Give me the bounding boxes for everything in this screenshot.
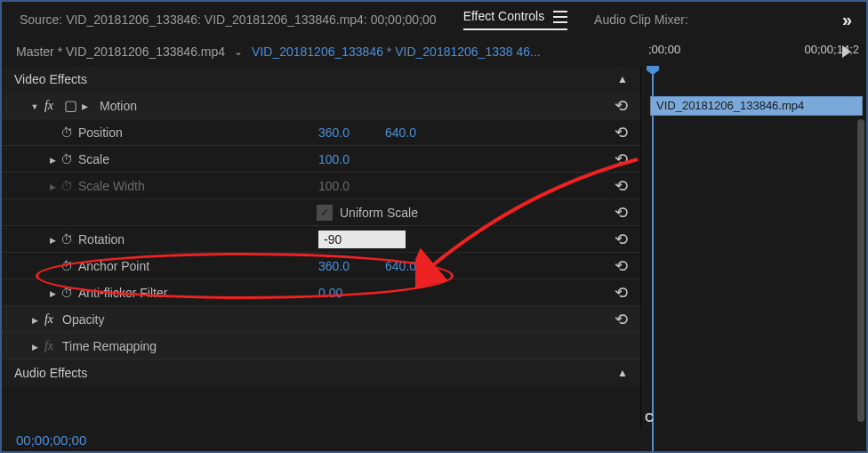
playhead-indicator[interactable]: [652, 66, 654, 453]
ruler-start-label: ;00;00: [648, 43, 680, 56]
master-clip-label[interactable]: Master * VID_20181206_133846.mp4: [16, 44, 225, 59]
antiflicker-label: Anti-flicker Filter: [78, 286, 203, 300]
time-remapping-label: Time Remapping: [62, 339, 187, 353]
position-x-value[interactable]: 360.0: [318, 125, 350, 140]
time-remapping-group[interactable]: fx Time Remapping: [2, 333, 640, 360]
reset-icon[interactable]: ⟲: [610, 203, 631, 222]
stopwatch-icon[interactable]: ⏱: [59, 232, 75, 247]
reset-icon[interactable]: ⟲: [610, 176, 631, 196]
scale-width-label: Scale Width: [78, 179, 203, 193]
reset-icon[interactable]: ⟲: [610, 123, 631, 142]
footer-bar: 00;00;00;00: [2, 428, 866, 451]
audio-effects-header[interactable]: Audio Effects ▲: [2, 360, 640, 386]
collapse-up-icon[interactable]: ▲: [617, 73, 628, 85]
stopwatch-icon: ⏱: [59, 179, 75, 193]
panel-tabs: Source: VID_20181206_133846: VID_2018120…: [2, 2, 866, 37]
transform-box-icon: ▢: [62, 97, 78, 114]
chevron-right-icon[interactable]: [46, 234, 59, 245]
vertical-scrollbar[interactable]: [857, 119, 864, 422]
rotation-row: ⏱ Rotation ⟲: [2, 226, 640, 253]
effects-panel: Video Effects ▲ fx ▢ ▸ Motion ⟲ ⏱ Positi…: [2, 66, 640, 428]
uniform-scale-checkbox[interactable]: ✓: [317, 205, 333, 221]
stopwatch-icon[interactable]: ⏱: [59, 125, 75, 140]
motion-group[interactable]: fx ▢ ▸ Motion ⟲: [2, 93, 640, 119]
motion-label: Motion: [100, 99, 224, 113]
time-ruler[interactable]: ;00;00 00;00;14;2: [641, 37, 866, 66]
chevron-down-icon[interactable]: [28, 101, 41, 111]
ruler-end-label: 00;00;14;2: [805, 43, 859, 56]
reset-icon[interactable]: ⟲: [610, 230, 631, 249]
anchor-point-label: Anchor Point: [78, 259, 203, 273]
collapse-up-icon[interactable]: ▲: [617, 367, 628, 379]
anchor-y-value[interactable]: 640.0: [385, 259, 416, 273]
reset-icon[interactable]: ⟲: [610, 256, 631, 276]
rotation-input[interactable]: [318, 231, 406, 248]
stopwatch-icon[interactable]: ⏱: [59, 259, 75, 273]
fx-badge-icon[interactable]: fx: [41, 339, 57, 353]
fx-badge-icon[interactable]: fx: [41, 312, 57, 327]
scale-row: ⏱ Scale 100.0 ⟲: [2, 146, 640, 173]
stopwatch-icon[interactable]: ⏱: [59, 286, 75, 300]
uniform-scale-label: Uniform Scale: [340, 206, 418, 220]
timeline-panel[interactable]: ;00;00 00;00;14;2 VID_20181206_133846.mp…: [640, 66, 866, 428]
current-timecode[interactable]: 00;00;00;00: [16, 433, 86, 448]
chevron-right-icon[interactable]: [46, 287, 59, 298]
arrow-right-icon: ▸: [82, 99, 96, 113]
video-effects-header[interactable]: Video Effects ▲: [2, 66, 640, 93]
clip-bar[interactable]: VID_20181206_133846.mp4: [650, 96, 863, 116]
position-row: ⏱ Position 360.0 640.0 ⟲: [2, 119, 640, 146]
tab-effect-controls[interactable]: Effect Controls: [463, 9, 567, 30]
opacity-label: Opacity: [62, 312, 187, 327]
tab-source[interactable]: Source: VID_20181206_133846: VID_2018120…: [20, 12, 437, 27]
reset-icon[interactable]: ⟲: [610, 150, 631, 169]
opacity-group[interactable]: fx Opacity ⟲: [2, 306, 640, 333]
fx-badge-icon[interactable]: fx: [41, 99, 57, 113]
tab-audio-mixer[interactable]: Audio Clip Mixer:: [594, 12, 688, 27]
sequence-clip-link[interactable]: VID_20181206_133846 * VID_20181206_1338 …: [252, 44, 607, 59]
video-effects-label: Video Effects: [14, 72, 87, 86]
chevron-right-icon[interactable]: [46, 154, 59, 165]
anchor-x-value[interactable]: 360.0: [318, 259, 350, 273]
antiflicker-row: ⏱ Anti-flicker Filter 0.00 ⟲: [2, 279, 640, 306]
audio-effects-label: Audio Effects: [14, 366, 87, 380]
antiflicker-value[interactable]: 0.00: [318, 286, 342, 300]
main-area: Video Effects ▲ fx ▢ ▸ Motion ⟲ ⏱ Positi…: [2, 66, 866, 428]
captions-icon[interactable]: C: [645, 410, 654, 425]
reset-icon[interactable]: ⟲: [610, 283, 631, 303]
scale-label: Scale: [78, 152, 203, 166]
position-label: Position: [78, 125, 203, 140]
anchor-point-row: ⏱ Anchor Point 360.0 640.0 ⟲: [2, 253, 640, 279]
scale-value[interactable]: 100.0: [318, 152, 350, 166]
tab-effect-controls-label: Effect Controls: [463, 9, 545, 23]
chevron-down-icon[interactable]: ⌄: [234, 45, 243, 58]
scrollbar-thumb[interactable]: [857, 119, 864, 422]
uniform-scale-row: ⏱ ✓ Uniform Scale ⟲: [2, 199, 640, 226]
position-y-value[interactable]: 640.0: [385, 125, 416, 140]
stopwatch-icon[interactable]: ⏱: [59, 152, 75, 166]
reset-icon[interactable]: ⟲: [610, 96, 631, 116]
scale-width-row: ⏱ Scale Width 100.0 ⟲: [2, 173, 640, 199]
chevron-right-icon: [46, 181, 59, 191]
reset-icon[interactable]: ⟲: [610, 310, 631, 329]
chevron-right-icon[interactable]: [28, 314, 41, 325]
panel-menu-icon[interactable]: [553, 11, 567, 23]
chevron-right-icon[interactable]: [28, 341, 41, 352]
rotation-label: Rotation: [78, 232, 203, 247]
scale-width-value: 100.0: [318, 179, 350, 193]
overflow-chevron-icon[interactable]: »: [842, 10, 848, 30]
